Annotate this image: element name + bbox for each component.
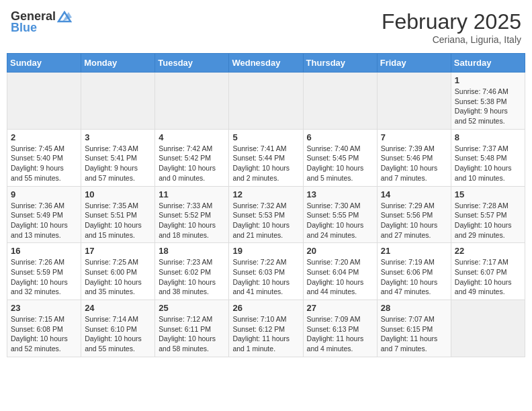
calendar-cell: 20Sunrise: 7:20 AM Sunset: 6:04 PM Dayli…: [303, 243, 377, 300]
day-number: 17: [85, 246, 151, 256]
calendar-table: SundayMondayTuesdayWednesdayThursdayFrid…: [7, 53, 525, 357]
calendar-cell: 1Sunrise: 7:46 AM Sunset: 5:38 PM Daylig…: [451, 73, 525, 130]
calendar-cell: 2Sunrise: 7:45 AM Sunset: 5:40 PM Daylig…: [7, 129, 81, 186]
day-number: 27: [307, 303, 373, 313]
calendar-cell: 17Sunrise: 7:25 AM Sunset: 6:00 PM Dayli…: [81, 243, 155, 300]
day-info: Sunrise: 7:20 AM Sunset: 6:04 PM Dayligh…: [307, 257, 373, 297]
day-info: Sunrise: 7:15 AM Sunset: 6:08 PM Dayligh…: [11, 314, 77, 354]
month-title: February 2025: [382, 9, 521, 34]
day-info: Sunrise: 7:42 AM Sunset: 5:42 PM Dayligh…: [159, 144, 225, 183]
calendar-cell: 19Sunrise: 7:22 AM Sunset: 6:03 PM Dayli…: [229, 243, 303, 300]
day-number: 9: [11, 189, 77, 199]
calendar-week-row: 23Sunrise: 7:15 AM Sunset: 6:08 PM Dayli…: [7, 300, 525, 357]
day-info: Sunrise: 7:09 AM Sunset: 6:13 PM Dayligh…: [307, 314, 373, 354]
calendar-cell: 25Sunrise: 7:12 AM Sunset: 6:11 PM Dayli…: [155, 300, 229, 357]
calendar-cell: 15Sunrise: 7:28 AM Sunset: 5:57 PM Dayli…: [451, 186, 525, 243]
calendar-cell: [229, 73, 303, 130]
day-info: Sunrise: 7:40 AM Sunset: 5:45 PM Dayligh…: [307, 144, 373, 183]
day-of-week-header: Monday: [81, 54, 155, 73]
day-info: Sunrise: 7:32 AM Sunset: 5:53 PM Dayligh…: [232, 201, 299, 240]
calendar-cell: 5Sunrise: 7:41 AM Sunset: 5:44 PM Daylig…: [229, 129, 303, 186]
calendar-cell: 13Sunrise: 7:30 AM Sunset: 5:55 PM Dayli…: [303, 186, 377, 243]
day-number: 8: [455, 132, 521, 142]
day-number: 10: [85, 189, 151, 199]
day-info: Sunrise: 7:28 AM Sunset: 5:57 PM Dayligh…: [455, 201, 521, 240]
calendar-cell: 26Sunrise: 7:10 AM Sunset: 6:12 PM Dayli…: [229, 300, 303, 357]
day-number: 28: [381, 303, 447, 313]
day-number: 12: [232, 189, 299, 199]
day-info: Sunrise: 7:41 AM Sunset: 5:44 PM Dayligh…: [232, 144, 299, 183]
day-number: 19: [232, 246, 299, 256]
day-number: 2: [11, 132, 77, 142]
day-number: 24: [85, 303, 151, 313]
calendar-cell: 18Sunrise: 7:23 AM Sunset: 6:02 PM Dayli…: [155, 243, 229, 300]
day-number: 15: [455, 189, 521, 199]
day-info: Sunrise: 7:25 AM Sunset: 6:00 PM Dayligh…: [85, 257, 151, 297]
calendar-cell: 4Sunrise: 7:42 AM Sunset: 5:42 PM Daylig…: [155, 129, 229, 186]
calendar-cell: 7Sunrise: 7:39 AM Sunset: 5:46 PM Daylig…: [377, 129, 451, 186]
day-info: Sunrise: 7:37 AM Sunset: 5:48 PM Dayligh…: [455, 144, 521, 183]
day-info: Sunrise: 7:39 AM Sunset: 5:46 PM Dayligh…: [381, 144, 447, 183]
day-info: Sunrise: 7:35 AM Sunset: 5:51 PM Dayligh…: [85, 201, 151, 240]
day-number: 14: [381, 189, 447, 199]
calendar-cell: [451, 300, 525, 357]
calendar-cell: [155, 73, 229, 130]
calendar-week-row: 9Sunrise: 7:36 AM Sunset: 5:49 PM Daylig…: [7, 186, 525, 243]
logo-icon: [57, 11, 72, 23]
calendar-week-row: 1Sunrise: 7:46 AM Sunset: 5:38 PM Daylig…: [7, 73, 525, 130]
day-info: Sunrise: 7:23 AM Sunset: 6:02 PM Dayligh…: [159, 257, 225, 297]
day-number: 16: [11, 246, 77, 256]
calendar-cell: 12Sunrise: 7:32 AM Sunset: 5:53 PM Dayli…: [229, 186, 303, 243]
day-info: Sunrise: 7:43 AM Sunset: 5:41 PM Dayligh…: [85, 144, 151, 183]
calendar-cell: 22Sunrise: 7:17 AM Sunset: 6:07 PM Dayli…: [451, 243, 525, 300]
day-info: Sunrise: 7:45 AM Sunset: 5:40 PM Dayligh…: [11, 144, 77, 183]
calendar-cell: 16Sunrise: 7:26 AM Sunset: 5:59 PM Dayli…: [7, 243, 81, 300]
calendar-cell: 9Sunrise: 7:36 AM Sunset: 5:49 PM Daylig…: [7, 186, 81, 243]
day-number: 13: [307, 189, 373, 199]
day-of-week-header: Sunday: [7, 54, 81, 73]
page-header: General Blue February 2025 Ceriana, Ligu…: [7, 7, 525, 48]
day-number: 21: [381, 246, 447, 256]
day-info: Sunrise: 7:19 AM Sunset: 6:06 PM Dayligh…: [381, 257, 447, 297]
day-info: Sunrise: 7:17 AM Sunset: 6:07 PM Dayligh…: [455, 257, 521, 297]
calendar-cell: 28Sunrise: 7:07 AM Sunset: 6:15 PM Dayli…: [377, 300, 451, 357]
day-number: 6: [307, 132, 373, 142]
logo-blue-text: Blue: [11, 21, 37, 35]
calendar-cell: [7, 73, 81, 130]
day-info: Sunrise: 7:07 AM Sunset: 6:15 PM Dayligh…: [381, 314, 447, 354]
calendar-cell: 24Sunrise: 7:14 AM Sunset: 6:10 PM Dayli…: [81, 300, 155, 357]
day-info: Sunrise: 7:12 AM Sunset: 6:11 PM Dayligh…: [159, 314, 225, 354]
logo: General Blue: [11, 9, 72, 35]
calendar-week-row: 2Sunrise: 7:45 AM Sunset: 5:40 PM Daylig…: [7, 129, 525, 186]
day-number: 3: [85, 132, 151, 142]
calendar-cell: 6Sunrise: 7:40 AM Sunset: 5:45 PM Daylig…: [303, 129, 377, 186]
day-number: 11: [159, 189, 225, 199]
calendar-cell: 23Sunrise: 7:15 AM Sunset: 6:08 PM Dayli…: [7, 300, 81, 357]
day-info: Sunrise: 7:36 AM Sunset: 5:49 PM Dayligh…: [11, 201, 77, 240]
day-info: Sunrise: 7:30 AM Sunset: 5:55 PM Dayligh…: [307, 201, 373, 240]
calendar-cell: 8Sunrise: 7:37 AM Sunset: 5:48 PM Daylig…: [451, 129, 525, 186]
day-number: 25: [159, 303, 225, 313]
day-info: Sunrise: 7:33 AM Sunset: 5:52 PM Dayligh…: [159, 201, 225, 240]
day-number: 26: [232, 303, 299, 313]
day-number: 7: [381, 132, 447, 142]
day-number: 18: [159, 246, 225, 256]
calendar-cell: [81, 73, 155, 130]
day-info: Sunrise: 7:29 AM Sunset: 5:56 PM Dayligh…: [381, 201, 447, 240]
calendar-cell: 27Sunrise: 7:09 AM Sunset: 6:13 PM Dayli…: [303, 300, 377, 357]
calendar-cell: [303, 73, 377, 130]
calendar-week-row: 16Sunrise: 7:26 AM Sunset: 5:59 PM Dayli…: [7, 243, 525, 300]
day-of-week-header: Tuesday: [155, 54, 229, 73]
day-info: Sunrise: 7:26 AM Sunset: 5:59 PM Dayligh…: [11, 257, 77, 297]
day-number: 5: [232, 132, 299, 142]
day-of-week-header: Friday: [377, 54, 451, 73]
calendar-cell: 21Sunrise: 7:19 AM Sunset: 6:06 PM Dayli…: [377, 243, 451, 300]
calendar-cell: 14Sunrise: 7:29 AM Sunset: 5:56 PM Dayli…: [377, 186, 451, 243]
day-info: Sunrise: 7:22 AM Sunset: 6:03 PM Dayligh…: [232, 257, 299, 297]
location-subtitle: Ceriana, Liguria, Italy: [382, 34, 521, 45]
title-area: February 2025 Ceriana, Liguria, Italy: [382, 9, 521, 45]
day-number: 1: [455, 75, 521, 85]
day-info: Sunrise: 7:46 AM Sunset: 5:38 PM Dayligh…: [455, 87, 521, 126]
day-number: 20: [307, 246, 373, 256]
calendar-cell: 10Sunrise: 7:35 AM Sunset: 5:51 PM Dayli…: [81, 186, 155, 243]
